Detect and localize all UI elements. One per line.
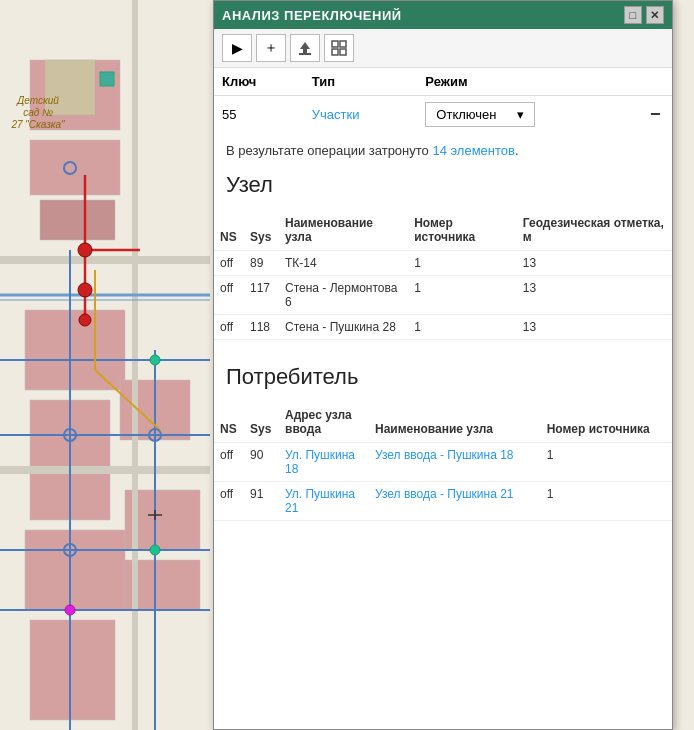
- consumer-address-1: Ул. Пушкина 21: [279, 482, 369, 521]
- consumer-col-name: Наименование узла: [369, 402, 541, 443]
- node-name-2: Стена - Пушкина 28: [279, 315, 408, 340]
- title-bar: АНАЛИЗ ПЕРЕКЛЮЧЕНИЙ □ ✕: [214, 1, 672, 29]
- consumer-col-source: Номер источника: [541, 402, 672, 443]
- upload-icon: [297, 40, 313, 56]
- node-col-ns: NS: [214, 210, 244, 251]
- consumer-name-0: Узел ввода - Пушкина 18: [369, 443, 541, 482]
- node-name-0: ТК-14: [279, 251, 408, 276]
- switch-key: 55: [214, 96, 304, 134]
- close-button[interactable]: ✕: [646, 6, 664, 24]
- node-col-sys: Sys: [244, 210, 279, 251]
- consumer-section-title: Потребитель: [214, 356, 672, 394]
- mode-label: Отключен: [436, 107, 496, 122]
- svg-rect-45: [332, 41, 338, 47]
- svg-text:Детский: Детский: [16, 95, 59, 106]
- node-sys-2: 118: [244, 315, 279, 340]
- node-col-source: Номер источника: [408, 210, 517, 251]
- switch-row: 55 Участки Отключен ▾ −: [214, 96, 672, 134]
- node-source-1: 1: [408, 276, 517, 315]
- svg-rect-48: [340, 49, 346, 55]
- node-ns-1: off: [214, 276, 244, 315]
- svg-rect-43: [303, 49, 307, 53]
- node-row: off 89 ТК-14 1 13: [214, 251, 672, 276]
- consumer-ns-1: off: [214, 482, 244, 521]
- svg-rect-7: [30, 620, 115, 720]
- node-sys-0: 89: [244, 251, 279, 276]
- dropdown-arrow-icon: ▾: [517, 107, 524, 122]
- consumer-sys-1: 91: [244, 482, 279, 521]
- maximize-button[interactable]: □: [624, 6, 642, 24]
- svg-point-36: [65, 605, 75, 615]
- svg-rect-2: [40, 200, 115, 240]
- node-source-2: 1: [408, 315, 517, 340]
- dialog: АНАЛИЗ ПЕРЕКЛЮЧЕНИЙ □ ✕ ▶ ＋: [213, 0, 673, 730]
- col-type: Тип: [304, 68, 418, 96]
- consumer-address-0: Ул. Пушкина 18: [279, 443, 369, 482]
- node-col-geodesic: Геодезическая отметка, м: [517, 210, 672, 251]
- node-geodesic-0: 13: [517, 251, 672, 276]
- switch-mode-cell: Отключен ▾: [417, 96, 642, 134]
- consumer-name-1: Узел ввода - Пушкина 21: [369, 482, 541, 521]
- svg-text:27 "Сказка": 27 "Сказка": [10, 119, 65, 130]
- consumer-col-ns: NS: [214, 402, 244, 443]
- consumer-source-0: 1: [541, 443, 672, 482]
- svg-rect-46: [340, 41, 346, 47]
- consumer-col-address: Адрес узла ввода: [279, 402, 369, 443]
- node-col-name: Наименование узла: [279, 210, 408, 251]
- node-source-0: 1: [408, 251, 517, 276]
- col-mode: Режим: [417, 68, 642, 96]
- consumer-source-1: 1: [541, 482, 672, 521]
- result-text: В результате операции затронуто 14 элеме…: [214, 133, 672, 164]
- consumer-ns-0: off: [214, 443, 244, 482]
- svg-marker-42: [300, 42, 310, 49]
- node-row: off 118 Стена - Пушкина 28 1 13: [214, 315, 672, 340]
- consumer-sys-0: 90: [244, 443, 279, 482]
- svg-rect-44: [299, 53, 311, 55]
- svg-rect-47: [332, 49, 338, 55]
- switch-table: Ключ Тип Режим 55 Участки Отключен ▾: [214, 68, 672, 133]
- node-table: NS Sys Наименование узла Номер источника…: [214, 210, 672, 340]
- add-button[interactable]: ＋: [256, 34, 286, 62]
- result-count-link[interactable]: 14 элементов: [432, 143, 515, 158]
- consumer-row: off 90 Ул. Пушкина 18 Узел ввода - Пушки…: [214, 443, 672, 482]
- node-geodesic-1: 13: [517, 276, 672, 315]
- svg-point-29: [79, 314, 91, 326]
- consumer-row: off 91 Ул. Пушкина 21 Узел ввода - Пушки…: [214, 482, 672, 521]
- node-ns-2: off: [214, 315, 244, 340]
- node-geodesic-2: 13: [517, 315, 672, 340]
- consumer-table: NS Sys Адрес узла ввода Наименование узл…: [214, 402, 672, 521]
- svg-rect-11: [100, 72, 114, 86]
- svg-rect-6: [25, 530, 125, 610]
- content-area[interactable]: Ключ Тип Режим 55 Участки Отключен ▾: [214, 68, 672, 729]
- node-sys-1: 117: [244, 276, 279, 315]
- grid-icon: [331, 40, 347, 56]
- grid-button[interactable]: [324, 34, 354, 62]
- remove-cell: −: [642, 96, 672, 134]
- upload-button[interactable]: [290, 34, 320, 62]
- play-button[interactable]: ▶: [222, 34, 252, 62]
- remove-button[interactable]: −: [650, 104, 661, 125]
- node-section-title: Узел: [214, 164, 672, 202]
- mode-dropdown[interactable]: Отключен ▾: [425, 102, 535, 127]
- node-name-1: Стена - Лермонтова 6: [279, 276, 408, 315]
- node-section: Узел NS Sys Наименование узла Номер исто…: [214, 164, 672, 340]
- consumer-section: Потребитель NS Sys Адрес узла ввода Наим…: [214, 356, 672, 521]
- svg-point-34: [150, 355, 160, 365]
- col-actions: [642, 68, 672, 96]
- col-key: Ключ: [214, 68, 304, 96]
- svg-point-35: [150, 545, 160, 555]
- switch-type: Участки: [304, 96, 418, 134]
- svg-point-27: [78, 243, 92, 257]
- svg-rect-3: [25, 310, 125, 390]
- dialog-title: АНАЛИЗ ПЕРЕКЛЮЧЕНИЙ: [222, 8, 402, 23]
- switch-type-link[interactable]: Участки: [312, 107, 360, 122]
- title-buttons: □ ✕: [624, 6, 664, 24]
- node-ns-0: off: [214, 251, 244, 276]
- toolbar: ▶ ＋: [214, 29, 672, 68]
- svg-text:сад №: сад №: [23, 107, 53, 118]
- consumer-col-sys: Sys: [244, 402, 279, 443]
- result-prefix: В результате операции затронуто: [226, 143, 432, 158]
- node-row: off 117 Стена - Лермонтова 6 1 13: [214, 276, 672, 315]
- svg-point-28: [78, 283, 92, 297]
